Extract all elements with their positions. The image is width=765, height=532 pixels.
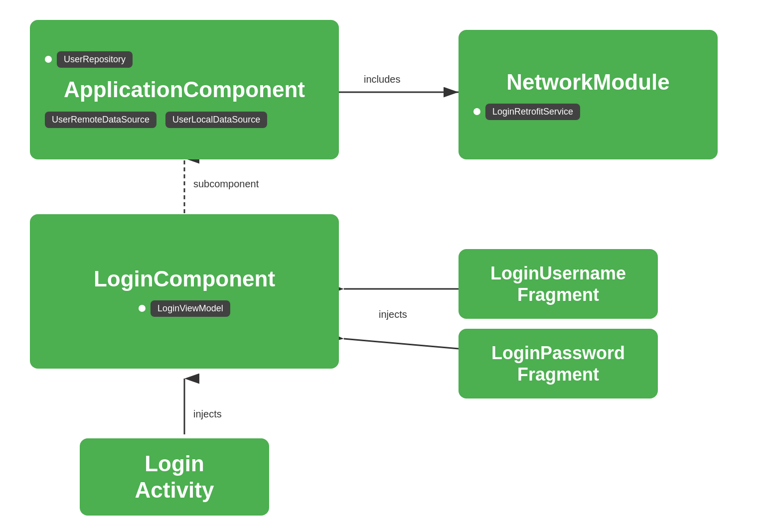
application-component-box: UserRepository ApplicationComponent User…: [30, 20, 339, 159]
includes-label: includes: [364, 74, 400, 85]
dot-login-viewmodel: [139, 305, 146, 312]
application-component-title: ApplicationComponent: [64, 77, 305, 102]
user-local-datasource-badge: UserLocalDataSource: [165, 112, 267, 128]
user-repository-badge: UserRepository: [57, 51, 133, 68]
login-component-title: LoginComponent: [94, 266, 275, 292]
network-module-title: NetworkModule: [506, 70, 670, 94]
diagram-container: UserRepository ApplicationComponent User…: [0, 0, 765, 532]
login-password-fragment-box: LoginPasswordFragment: [459, 329, 658, 399]
login-component-box: LoginComponent LoginViewModel: [30, 214, 339, 369]
injects-label-1: injects: [379, 309, 407, 320]
login-username-fragment-box: LoginUsernameFragment: [459, 249, 658, 319]
dot-user-repository: [45, 56, 52, 63]
login-username-fragment-title: LoginUsernameFragment: [490, 263, 626, 305]
login-viewmodel-badge: LoginViewModel: [151, 300, 230, 317]
dot-login-retrofit: [473, 108, 480, 115]
subcomponent-label: subcomponent: [193, 178, 259, 190]
login-retrofit-service-badge: LoginRetrofitService: [485, 104, 580, 120]
login-activity-box: LoginActivity: [80, 438, 269, 516]
user-remote-datasource-badge: UserRemoteDataSource: [45, 112, 156, 128]
login-activity-title: LoginActivity: [135, 451, 214, 504]
svg-line-6: [344, 339, 459, 349]
login-password-fragment-title: LoginPasswordFragment: [491, 342, 625, 385]
network-module-box: NetworkModule LoginRetrofitService: [459, 30, 718, 159]
injects-label-2: injects: [193, 408, 222, 420]
